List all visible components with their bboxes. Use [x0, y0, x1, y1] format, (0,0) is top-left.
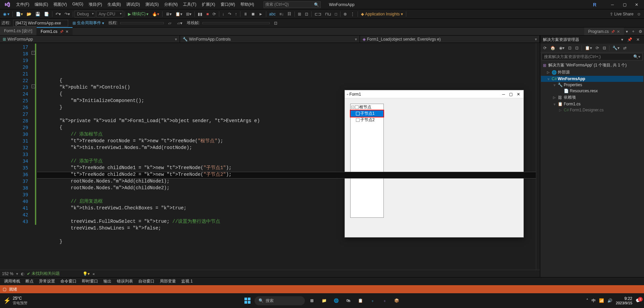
tree-properties[interactable]: ▿🔧Properties [541, 82, 643, 88]
nav-method[interactable]: ◈ Form1_Load(object sender, EventArgs e) [360, 36, 540, 43]
close-icon[interactable]: ✕ [65, 30, 68, 34]
sol-tb-btn[interactable]: ⟳ [542, 45, 548, 51]
sol-tb-btn[interactable]: ◉▾ [557, 45, 566, 51]
continue-button[interactable]: ▶ 继续(C) ▾ [126, 10, 150, 18]
sol-tb-btn[interactable]: 📋▾ [583, 45, 594, 51]
thread-btn-b[interactable]: ▱▾ [176, 20, 184, 27]
menu-item[interactable]: Git(G) [70, 0, 86, 9]
clock-date[interactable]: 2023/9/15 [616, 301, 632, 305]
tb-icon-g[interactable]: ⊞ [296, 11, 303, 17]
menu-item[interactable]: 扩展(X) [199, 0, 218, 9]
ime-icon[interactable]: 中 [592, 298, 596, 304]
bottom-tab[interactable]: 输出 [101, 277, 114, 285]
tb-icon-m[interactable]: ⋮ [349, 11, 356, 17]
layout-button[interactable]: ⊞▾ [184, 11, 193, 17]
feedback-button[interactable]: ☺ [635, 11, 643, 17]
scrollbar[interactable] [536, 43, 540, 270]
platform-dropdown[interactable]: Any CPU [96, 11, 123, 17]
insights-button[interactable]: ◆ Application Insights ▾ [359, 11, 404, 17]
hot-reload-button[interactable]: 🔥▾ [150, 11, 161, 17]
new-button[interactable]: 📄▾ [14, 11, 25, 17]
bottom-tab[interactable]: 即时窗口 [79, 277, 101, 285]
browser-button[interactable]: 🖥▾ [164, 11, 173, 17]
sol-tb-btn[interactable]: ⊟ [601, 45, 608, 51]
volume-icon[interactable]: 🔊 [607, 298, 612, 303]
tree-project[interactable]: ▿C#WinFormsApp [541, 76, 643, 82]
pause-button[interactable]: ▮▮ [196, 11, 204, 17]
save-all-button[interactable]: 📑 [42, 11, 51, 17]
live-share-button[interactable]: ⇪ Live Share [608, 11, 635, 17]
tree-resources[interactable]: 📄Resources.resx [541, 88, 643, 94]
tb-icon-l[interactable]: ⊗ [342, 11, 349, 17]
sol-dropdown[interactable]: ▾ [619, 36, 625, 43]
tb-icon-c[interactable]: ► [257, 11, 265, 17]
app-icon[interactable]: 📦 [392, 296, 402, 306]
bottom-tab[interactable]: 监视 1 [179, 277, 195, 285]
tree-form1-designer[interactable]: ▷C#Form1.Designer.cs [541, 107, 643, 113]
taskbar-search[interactable]: 🔍 搜索 [255, 296, 305, 305]
zoom-level[interactable]: 152 % [2, 271, 13, 276]
stack-btn[interactable]: ⊡ [272, 20, 279, 27]
sol-tb-home[interactable]: 🏠 [549, 45, 557, 51]
step-out-button[interactable]: ↑ [233, 11, 239, 17]
step-into-button[interactable]: ↓ [221, 11, 226, 17]
close-button[interactable]: ✕ [631, 0, 643, 9]
tree-form1[interactable]: ▿📋Form1.cs [541, 101, 643, 107]
bottom-tab[interactable]: 自动窗口 [136, 277, 157, 285]
explorer-icon[interactable]: 📁 [319, 296, 329, 306]
fold-box[interactable]: − [32, 51, 35, 55]
app-icon[interactable]: 📋 [355, 296, 365, 306]
config-dropdown[interactable]: Debug [75, 11, 95, 17]
weather-widget[interactable]: ⚡ 25°C 雷电预警 [3, 296, 28, 306]
menu-item[interactable]: 帮助(H) [238, 0, 257, 9]
stack-dropdown[interactable] [202, 22, 270, 24]
vs-icon[interactable]: ⬨ [379, 296, 389, 306]
fold-box[interactable]: − [32, 85, 35, 88]
undo-button[interactable]: ↶▾ [54, 11, 62, 17]
menu-item[interactable]: 调试(D) [124, 0, 143, 9]
menu-item[interactable]: 工具(T) [180, 0, 199, 9]
issues-indicator[interactable]: ✔ 未找到相关问题 [27, 271, 60, 276]
menu-item[interactable]: 生成(B) [105, 0, 124, 9]
sol-tb-btn[interactable]: ⊡ [566, 45, 573, 51]
save-button[interactable]: 💾 [34, 11, 42, 17]
tab-form1-cs[interactable]: Form1.cs📌✕ [37, 27, 73, 35]
redo-button[interactable]: ↷▾ [63, 11, 72, 17]
thread-btn-a[interactable]: ▱ [167, 20, 173, 27]
solution-search[interactable]: 搜索解决方案资源管理器(Ctrl+;) 🔍▾ [542, 53, 643, 60]
edge-icon[interactable]: 🌐 [331, 296, 341, 306]
network-icon[interactable]: 📶 [599, 298, 604, 303]
resharper-icon[interactable]: R [593, 2, 596, 7]
bottom-tab[interactable]: 局部变量 [157, 277, 179, 285]
bottom-tab[interactable]: 调用堆栈 [1, 277, 23, 285]
pin-icon[interactable]: 📌 [59, 30, 63, 34]
bottom-tab[interactable]: 错误列表 [114, 277, 136, 285]
sol-tb-wrench[interactable]: 🔧▾ [611, 45, 621, 51]
tab-dropdown[interactable]: ▾ [624, 28, 630, 35]
sol-tb-btn[interactable]: ⟳ [594, 45, 601, 51]
nav-back-button[interactable]: ◉ ▾ [1, 11, 11, 17]
bottom-tab[interactable]: 异常设置 [36, 277, 58, 285]
tb-icon-k[interactable]: □ [333, 11, 339, 17]
tb-icon-i[interactable]: ⊏⊐ [313, 11, 323, 17]
stop-button[interactable]: ■ [204, 11, 210, 17]
tab-add[interactable]: ＋ [630, 28, 637, 35]
tab-gear[interactable]: ⚙ [637, 28, 644, 35]
tb-icon-f[interactable]: 目 [286, 10, 293, 18]
vscode-icon[interactable]: ⬨ [367, 296, 377, 306]
start-button[interactable] [242, 296, 252, 306]
sol-pin[interactable]: 📌 [626, 36, 634, 43]
tb-icon-h[interactable]: ⊡ [303, 11, 310, 17]
lifecycle-button[interactable]: ⊞ 生命周期事件 ▾ [71, 19, 106, 27]
close-icon[interactable]: ✕ [617, 30, 620, 34]
menu-item[interactable]: 项目(P) [86, 0, 105, 9]
maximize-button[interactable]: ▢ [618, 0, 631, 9]
store-icon[interactable]: 🛍 [343, 296, 353, 306]
sol-tb-btn[interactable]: ⊡ [573, 45, 580, 51]
nav-project[interactable]: ⊞ WinFormsApp [0, 36, 180, 43]
menu-item[interactable]: 文件(F) [13, 0, 32, 9]
task-view-icon[interactable]: ⊞ [307, 296, 317, 306]
step-over-button[interactable]: ↷ [226, 11, 233, 17]
script-button[interactable]: 📋▾ [174, 11, 184, 17]
tb-icon-d[interactable]: abc [268, 11, 277, 17]
